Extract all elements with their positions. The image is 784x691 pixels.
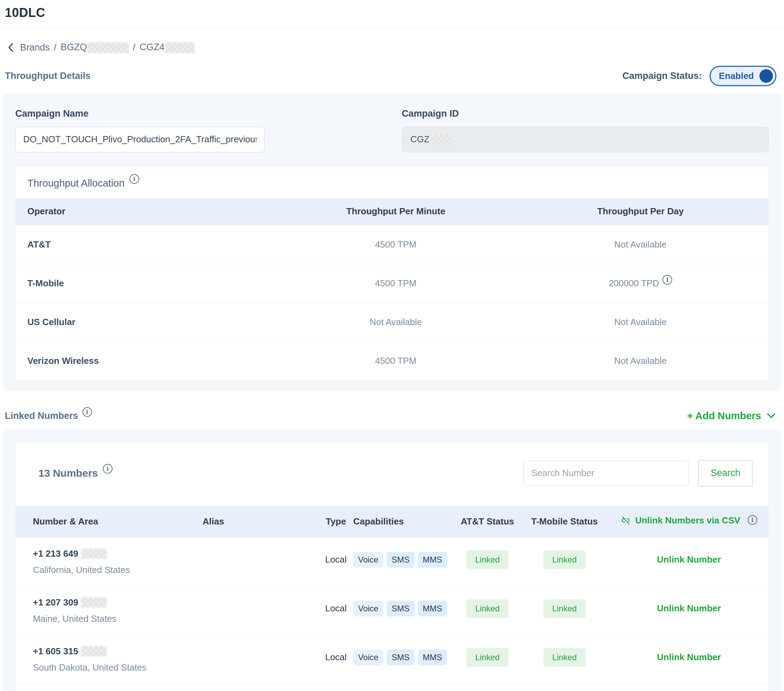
- capability-sms-badge: SMS: [387, 552, 415, 568]
- col-operator: Operator: [16, 206, 279, 217]
- campaign-name-label: Campaign Name: [15, 109, 402, 119]
- linked-numbers-heading: Linked Numbers: [5, 411, 78, 421]
- redacted-phone-digits: [81, 597, 107, 607]
- search-input[interactable]: [523, 461, 689, 486]
- unlink-csv-info-icon[interactable]: [748, 515, 757, 525]
- table-row: Verizon Wireless 4500 TPM Not Available: [16, 341, 768, 380]
- table-row: T-Mobile 4500 TPM 200000 TPD: [16, 264, 768, 303]
- tmobile-status-badge: Linked: [544, 550, 586, 569]
- col-tpm: Throughput Per Minute: [279, 206, 512, 217]
- header-divider: [0, 28, 784, 28]
- number-type: Local: [319, 652, 353, 667]
- col-att-status: AT&T Status: [455, 516, 519, 527]
- linked-numbers-card: 13 Numbers Search Number & Area Alias Ty…: [15, 442, 769, 691]
- breadcrumb-brands-link[interactable]: Brands: [20, 42, 50, 53]
- capability-voice-badge: Voice: [353, 601, 383, 617]
- att-status-badge: Linked: [466, 599, 509, 618]
- col-type: Type: [319, 516, 353, 527]
- capability-mms-badge: MMS: [418, 552, 447, 568]
- capability-voice-badge: Voice: [353, 650, 383, 665]
- allocation-info-icon[interactable]: [130, 174, 139, 184]
- throughput-details-heading: Throughput Details: [5, 71, 91, 81]
- unlink-number-button[interactable]: Unlink Number: [657, 554, 721, 564]
- capability-voice-badge: Voice: [353, 552, 383, 568]
- phone-number: +1 605 315: [33, 646, 203, 657]
- redacted-brand-id: [87, 42, 129, 53]
- capability-mms-badge: MMS: [418, 601, 447, 617]
- linked-numbers-panel: 13 Numbers Search Number & Area Alias Ty…: [3, 429, 781, 691]
- operator-name: Verizon Wireless: [16, 355, 279, 366]
- tpm-value: Not Available: [279, 317, 512, 327]
- search-button[interactable]: Search: [698, 460, 753, 486]
- numbers-header-row: Number & Area Alias Type Capabilities AT…: [16, 506, 768, 538]
- campaign-id-field: CGZ: [402, 127, 769, 152]
- table-row: +1 207 309 Maine, United States Local Vo…: [16, 586, 768, 635]
- phone-area: South Dakota, United States: [33, 662, 203, 673]
- add-numbers-button[interactable]: + Add Numbers: [687, 410, 776, 422]
- tmobile-status-badge: Linked: [544, 648, 586, 667]
- tpm-value: 4500 TPM: [279, 355, 512, 366]
- linked-numbers-info-icon[interactable]: [82, 407, 92, 417]
- tpd-value: 200000 TPD: [512, 278, 768, 289]
- campaign-status-label: Campaign Status:: [622, 71, 702, 81]
- col-alias: Alias: [203, 516, 319, 527]
- tmobile-status-badge: Linked: [544, 599, 586, 618]
- toggle-knob-icon: [759, 69, 773, 83]
- table-row: +1 605 315 South Dakota, United States L…: [16, 635, 768, 684]
- capability-sms-badge: SMS: [387, 650, 415, 665]
- tpd-value: Not Available: [512, 355, 768, 366]
- breadcrumb-brand-id[interactable]: BGZQ: [61, 42, 129, 53]
- numbers-count: 13 Numbers: [38, 467, 98, 479]
- throughput-details-panel: Campaign Name Campaign ID CGZ Throughput…: [3, 94, 781, 391]
- redacted-phone-digits: [81, 646, 107, 656]
- phone-area: California, United States: [33, 564, 203, 575]
- att-status-badge: Linked: [466, 648, 509, 667]
- chevron-left-icon: [7, 42, 15, 53]
- campaign-status-value: Enabled: [719, 71, 754, 81]
- capability-sms-badge: SMS: [387, 601, 415, 617]
- campaign-id-label: Campaign ID: [402, 109, 769, 119]
- att-status-badge: Linked: [466, 550, 509, 569]
- campaign-status-toggle[interactable]: Enabled: [710, 66, 776, 86]
- numbers-count-info-icon[interactable]: [103, 464, 112, 474]
- unlink-numbers-csv-button[interactable]: Unlink Numbers via CSV: [621, 515, 740, 526]
- col-capabilities: Capabilities: [353, 516, 455, 527]
- table-row: US Cellular Not Available Not Available: [16, 303, 768, 341]
- back-button[interactable]: [7, 42, 15, 53]
- capability-mms-badge: MMS: [418, 650, 447, 665]
- tpd-info-icon[interactable]: [662, 275, 672, 285]
- chevron-down-icon: [767, 413, 776, 418]
- campaign-name-input[interactable]: [15, 127, 265, 152]
- operator-name: US Cellular: [16, 317, 279, 327]
- phone-area: Maine, United States: [33, 614, 203, 624]
- unlink-number-button[interactable]: Unlink Number: [657, 652, 721, 662]
- link-slash-icon: [621, 515, 631, 525]
- redacted-campaign-id-value: [432, 134, 452, 145]
- breadcrumb-separator: /: [54, 42, 57, 53]
- page-title: 10DLC: [0, 0, 784, 20]
- tpm-value: 4500 TPM: [279, 239, 512, 250]
- tpd-value: Not Available: [512, 239, 768, 250]
- redacted-phone-digits: [81, 548, 107, 559]
- tpm-value: 4500 TPM: [279, 278, 512, 289]
- phone-number: +1 213 649: [33, 548, 203, 559]
- throughput-allocation-heading: Throughput Allocation: [27, 178, 125, 189]
- breadcrumb: Brands / BGZQ / CGZ4: [7, 42, 784, 53]
- number-type: Local: [319, 554, 353, 569]
- operator-name: AT&T: [16, 239, 279, 250]
- operator-name: T-Mobile: [16, 278, 279, 289]
- col-tpd: Throughput Per Day: [512, 206, 768, 217]
- col-number-area: Number & Area: [16, 516, 203, 527]
- tpd-value: Not Available: [512, 317, 768, 327]
- number-type: Local: [319, 603, 353, 618]
- redacted-campaign-id: [165, 42, 195, 53]
- allocation-header-row: Operator Throughput Per Minute Throughpu…: [16, 198, 768, 225]
- unlink-number-button[interactable]: Unlink Number: [657, 603, 721, 614]
- col-tmobile-status: T-Mobile Status: [519, 516, 609, 527]
- phone-number: +1 207 309: [33, 597, 203, 608]
- table-row: +1 213 649 California, United States Loc…: [16, 538, 768, 586]
- table-row: AT&T 4500 TPM Not Available: [16, 225, 768, 264]
- breadcrumb-campaign-id: CGZ4: [140, 42, 195, 53]
- breadcrumb-separator2: /: [133, 42, 136, 53]
- throughput-allocation-card: Throughput Allocation Operator Throughpu…: [15, 166, 769, 380]
